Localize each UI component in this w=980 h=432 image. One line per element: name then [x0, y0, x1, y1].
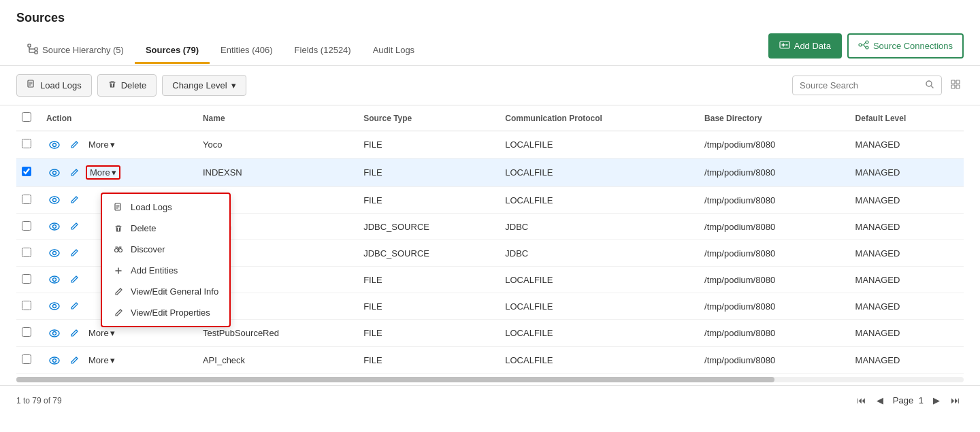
view-icon-btn[interactable] [46, 195, 63, 205]
dropdown-delete[interactable]: Delete [102, 218, 229, 239]
view-icon-btn[interactable] [46, 139, 63, 150]
cell-default-level: MANAGED [850, 214, 964, 240]
tab-audit[interactable]: Audit Logs [362, 38, 425, 64]
doc-icon [113, 203, 124, 212]
tab-sources[interactable]: Sources (79) [135, 38, 210, 64]
delete-label: Delete [121, 80, 147, 90]
col-action: Action [41, 105, 197, 131]
dropdown-view-edit-props[interactable]: View/Edit Properties [102, 302, 229, 323]
first-page-button[interactable]: ⏮ [853, 393, 870, 408]
more-chevron: ▾ [110, 355, 115, 365]
select-all-checkbox[interactable] [22, 112, 31, 122]
dropdown-discover[interactable]: Discover [102, 239, 229, 260]
cell-default-level: MANAGED [850, 159, 964, 187]
row-checkbox[interactable] [22, 139, 31, 148]
cell-default-level: MANAGED [850, 293, 964, 320]
last-page-button[interactable]: ⏭ [947, 393, 964, 408]
view-icon-btn[interactable] [46, 301, 63, 312]
svg-point-18 [50, 169, 59, 176]
view-icon-btn[interactable] [46, 167, 63, 178]
cell-default-level: MANAGED [850, 131, 964, 159]
next-page-button[interactable]: ▶ [929, 393, 944, 408]
cell-default-level: MANAGED [850, 347, 964, 374]
more-label: More [88, 139, 109, 150]
svg-point-29 [53, 305, 56, 308]
cell-base-dir: /tmp/podium/8080 [699, 187, 850, 214]
col-default-level: Default Level [850, 105, 964, 131]
edit-icon-btn[interactable] [67, 220, 82, 233]
row-checkbox[interactable] [22, 301, 31, 310]
row-checkbox[interactable] [22, 354, 31, 364]
delete-icon [108, 80, 117, 91]
dropdown-load-logs[interactable]: Load Logs [102, 197, 229, 218]
add-data-label: Add Data [794, 41, 831, 51]
row-checkbox[interactable] [22, 195, 31, 204]
edit-icon-btn[interactable] [67, 300, 82, 312]
delete-button[interactable]: Delete [97, 74, 157, 97]
dropdown-add-entities-label: Add Entities [131, 265, 178, 276]
cell-base-dir: /tmp/podium/8080 [699, 293, 850, 320]
view-icon-btn[interactable] [46, 274, 63, 285]
horizontal-scrollbar[interactable] [0, 374, 980, 385]
row-checkbox[interactable] [22, 167, 31, 176]
edit-icon-btn[interactable] [67, 167, 82, 179]
view-icon-btn[interactable] [46, 248, 63, 259]
scrollbar-thumb[interactable] [16, 377, 774, 382]
cell-name: Yoco [197, 131, 358, 159]
cell-source-type: FILE [358, 159, 500, 187]
page-label: Page 1 [893, 395, 924, 405]
dropdown-view-edit-general-label: View/Edit General Info [131, 286, 218, 297]
add-data-icon [779, 39, 790, 52]
row-checkbox[interactable] [22, 221, 31, 231]
cell-default-level: MANAGED [850, 240, 964, 267]
svg-point-23 [53, 225, 56, 229]
row-checkbox[interactable] [22, 274, 31, 284]
more-btn-row2[interactable]: More ▾ [86, 165, 120, 180]
dropdown-view-edit-general[interactable]: View/Edit General Info [102, 281, 229, 302]
row-checkbox[interactable] [22, 327, 31, 337]
tab-fields[interactable]: Fields (12524) [284, 38, 362, 64]
svg-rect-12 [951, 80, 955, 84]
edit-icon-btn[interactable] [67, 194, 82, 206]
source-search-input[interactable] [800, 80, 925, 90]
edit-icon-btn[interactable] [67, 139, 82, 151]
svg-point-31 [53, 331, 56, 335]
trash-icon [113, 224, 124, 233]
svg-rect-14 [951, 85, 955, 88]
edit-icon-btn[interactable] [67, 354, 82, 367]
cell-source-type: FILE [358, 131, 500, 159]
tab-entities[interactable]: Entities (406) [210, 38, 284, 64]
load-logs-button[interactable]: Load Logs [16, 74, 92, 97]
view-icon-btn[interactable] [46, 328, 63, 339]
more-btn-row1[interactable]: More ▾ [86, 138, 118, 151]
view-icon-btn[interactable] [46, 355, 63, 366]
svg-point-9 [866, 46, 868, 49]
change-level-button[interactable]: Change Level ▾ [162, 75, 246, 96]
cell-base-dir: /tmp/podium/8080 [699, 131, 850, 159]
svg-point-17 [53, 143, 56, 146]
cell-comm-protocol: JDBC [500, 214, 699, 240]
add-data-button[interactable]: Add Data [768, 33, 842, 59]
svg-point-16 [50, 142, 59, 148]
tab-hierarchy[interactable]: Source Hierarchy (5) [16, 37, 135, 65]
more-btn-row9[interactable]: More▾ [86, 354, 118, 367]
header-actions: Add Data Source Connections [768, 33, 964, 65]
cell-source-type: FILE [358, 293, 500, 320]
svg-point-35 [115, 248, 118, 252]
grid-view-button[interactable] [947, 76, 964, 95]
source-connections-button[interactable]: Source Connections [847, 33, 964, 59]
row-checkbox[interactable] [22, 248, 31, 257]
more-btn-row8[interactable]: More▾ [86, 327, 118, 339]
edit-icon-btn[interactable] [67, 273, 82, 286]
prev-page-button[interactable]: ◀ [872, 393, 887, 408]
view-icon-btn[interactable] [46, 221, 63, 232]
tab-sources-label: Sources (79) [146, 45, 199, 55]
cell-default-level: MANAGED [850, 187, 964, 214]
edit-icon-btn[interactable] [67, 247, 82, 259]
action-cell: More ▾ [46, 165, 192, 180]
toolbar: Load Logs Delete Change Level ▾ [0, 66, 980, 105]
hierarchy-icon [27, 44, 38, 56]
search-icon-button[interactable] [925, 80, 934, 91]
dropdown-add-entities[interactable]: Add Entities [102, 260, 229, 281]
edit-icon-btn[interactable] [67, 327, 82, 339]
